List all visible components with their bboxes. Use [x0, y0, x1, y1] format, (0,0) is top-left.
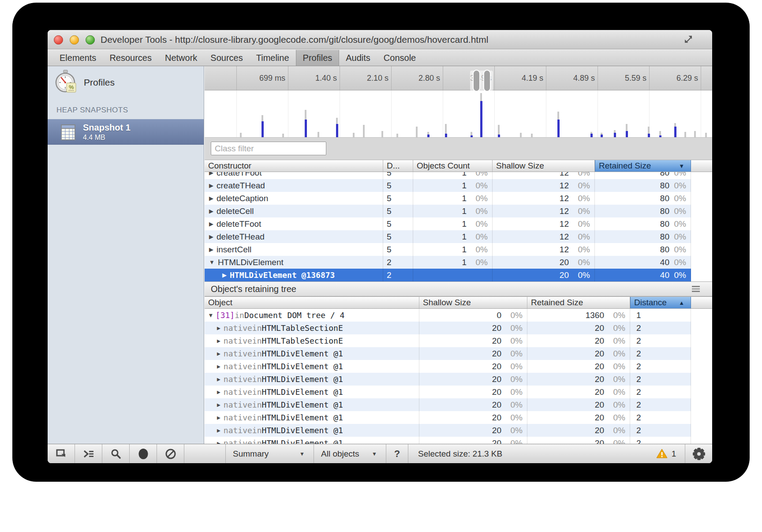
- retaining-tree-row[interactable]: ▶native in HTMLDivElement @1200%200%2: [205, 347, 691, 360]
- help-button[interactable]: ?: [386, 444, 408, 463]
- object-name-segment: native: [224, 387, 252, 397]
- dock-button[interactable]: [48, 444, 75, 463]
- retaining-tree-title: Object's retaining tree: [211, 284, 296, 294]
- tab-profiles[interactable]: Profiles: [296, 50, 340, 66]
- collapsed-arrow-icon[interactable]: ▶: [217, 389, 220, 395]
- collapsed-arrow-icon[interactable]: ▶: [217, 427, 220, 434]
- column-header-object[interactable]: Object: [205, 297, 419, 308]
- collapsed-arrow-icon[interactable]: ▶: [217, 325, 220, 331]
- settings-button[interactable]: [685, 444, 712, 463]
- allocation-bar-live: [336, 124, 338, 137]
- column-header-constructor[interactable]: Constructor: [205, 160, 383, 172]
- column-header-shallowsize[interactable]: Shallow Size: [419, 297, 527, 308]
- retaining-tree-row[interactable]: ▶native in HTMLTableSectionE200%200%2: [205, 334, 691, 347]
- tab-timeline[interactable]: Timeline: [250, 50, 296, 66]
- console-drawer-button[interactable]: [75, 444, 102, 463]
- profiles-launcher[interactable]: % Profiles: [53, 70, 115, 95]
- distance-cell: 5: [383, 192, 413, 205]
- collapsed-arrow-icon[interactable]: ▶: [209, 208, 213, 214]
- warning-count: 1: [672, 449, 676, 459]
- tab-audits[interactable]: Audits: [339, 50, 377, 66]
- cell-percent: 0%: [467, 232, 492, 242]
- constructor-row[interactable]: ▶deleteCell510%120%800%: [205, 205, 691, 217]
- sidebar-item-snapshot-1[interactable]: Snapshot 1 4.4 MB: [48, 119, 204, 145]
- retaining-tree-row[interactable]: ▶native in HTMLDivElement @1200%200%2: [205, 437, 691, 444]
- column-header-shallowsize[interactable]: Shallow Size: [493, 160, 595, 172]
- scrubber-left-handle[interactable]: [474, 71, 479, 91]
- tab-resources[interactable]: Resources: [103, 50, 158, 66]
- collapsed-arrow-icon[interactable]: ▶: [217, 440, 220, 444]
- numeric-cell: 200%: [419, 334, 527, 347]
- constructor-row[interactable]: ▶deleteCaption510%120%800%: [205, 192, 691, 205]
- zoom-window-button[interactable]: [86, 35, 95, 45]
- splitter-grip-icon[interactable]: [692, 285, 700, 293]
- retaining-tree-row[interactable]: ▼[31] in Document DOM tree / 400%13600%1: [205, 309, 691, 322]
- tab-network[interactable]: Network: [158, 50, 204, 66]
- warnings-indicator[interactable]: 1: [647, 444, 685, 463]
- collapsed-arrow-icon[interactable]: ▶: [222, 272, 227, 278]
- cell-percent: 0%: [467, 258, 492, 267]
- cell-value: 12: [560, 172, 569, 178]
- constructor-row[interactable]: ▶insertCell510%120%800%: [205, 243, 691, 256]
- column-header-retainedsize[interactable]: Retained Size▼: [595, 160, 691, 172]
- expanded-arrow-icon[interactable]: ▼: [209, 312, 213, 318]
- collapsed-arrow-icon[interactable]: ▶: [217, 363, 220, 370]
- constructor-row[interactable]: ▶deleteTHead510%120%800%: [205, 230, 691, 243]
- constructor-row[interactable]: ▶deleteTFoot510%120%800%: [205, 217, 691, 230]
- close-window-button[interactable]: [54, 35, 63, 45]
- minimize-window-button[interactable]: [70, 35, 79, 45]
- clear-button[interactable]: [157, 444, 184, 463]
- collapsed-arrow-icon[interactable]: ▶: [217, 337, 220, 344]
- retaining-tree-row[interactable]: ▶native in HTMLDivElement @1200%200%2: [205, 411, 691, 424]
- retaining-tree-row[interactable]: ▶native in HTMLDivElement @1200%200%2: [205, 386, 691, 398]
- allocation-bar-live: [480, 101, 482, 137]
- ruler-separator: [701, 66, 701, 90]
- retaining-tree-row[interactable]: ▶native in HTMLDivElement @1200%200%2: [205, 398, 691, 411]
- column-header-objectscount[interactable]: Objects Count: [413, 160, 493, 172]
- title-bar[interactable]: Developer Tools - http://closure-library…: [48, 30, 712, 49]
- record-button[interactable]: [130, 444, 157, 463]
- tab-console[interactable]: Console: [377, 50, 422, 66]
- cell-value: 12: [560, 219, 569, 229]
- expand-icon[interactable]: [683, 34, 695, 47]
- cell-percent: 0%: [669, 194, 691, 203]
- constructor-row[interactable]: ▼HTMLDivElement210%200%400%: [205, 256, 691, 269]
- collapsed-arrow-icon[interactable]: ▶: [217, 376, 220, 382]
- object-cell: ▶native in HTMLDivElement @1: [205, 386, 419, 398]
- collapsed-arrow-icon[interactable]: ▶: [209, 172, 213, 176]
- retaining-tree-row[interactable]: ▶native in HTMLTableSectionE200%200%2: [205, 322, 691, 334]
- collapsed-arrow-icon[interactable]: ▶: [217, 350, 220, 357]
- column-header-label: Object: [208, 298, 232, 307]
- tab-elements[interactable]: Elements: [53, 50, 103, 66]
- cell-value: 80: [660, 172, 669, 178]
- column-header-label: Shallow Size: [423, 298, 471, 307]
- column-header-retainedsize[interactable]: Retained Size: [527, 297, 630, 308]
- retaining-tree-row[interactable]: ▶native in HTMLDivElement @1200%200%2: [205, 360, 691, 373]
- collapsed-arrow-icon[interactable]: ▶: [217, 401, 220, 408]
- constructor-row[interactable]: ▶createTHead510%120%800%: [205, 179, 691, 192]
- cell-value: 1: [462, 219, 467, 229]
- collapsed-arrow-icon[interactable]: ▶: [209, 246, 213, 253]
- column-header-d[interactable]: D...: [383, 160, 413, 172]
- cell-value: 20: [595, 362, 604, 371]
- numeric-cell: 10%: [413, 205, 493, 217]
- constructor-row[interactable]: ▶HTMLDivElement @1368732200%400%: [205, 269, 691, 281]
- constructor-cell: ▶deleteTFoot: [205, 217, 383, 230]
- scrubber-right-handle[interactable]: [484, 71, 490, 91]
- tab-sources[interactable]: Sources: [204, 50, 249, 66]
- expanded-arrow-icon[interactable]: ▼: [209, 259, 215, 266]
- numeric-cell: 13600%: [527, 309, 630, 322]
- collapsed-arrow-icon[interactable]: ▶: [209, 182, 213, 189]
- collapsed-arrow-icon[interactable]: ▶: [209, 195, 213, 202]
- collapsed-arrow-icon[interactable]: ▶: [209, 233, 213, 240]
- column-header-distance[interactable]: Distance▲: [630, 297, 691, 308]
- objects-filter-select[interactable]: All objects ▼: [314, 444, 386, 463]
- retaining-tree-row[interactable]: ▶native in HTMLDivElement @1200%200%2: [205, 424, 691, 437]
- class-filter-input[interactable]: [211, 142, 326, 155]
- view-select[interactable]: Summary ▼: [226, 444, 314, 463]
- search-button[interactable]: [102, 444, 130, 463]
- constructor-row[interactable]: ▶createTFoot510%120%800%: [205, 172, 691, 179]
- collapsed-arrow-icon[interactable]: ▶: [209, 221, 213, 227]
- collapsed-arrow-icon[interactable]: ▶: [217, 414, 220, 421]
- retaining-tree-row[interactable]: ▶native in HTMLDivElement @1200%200%2: [205, 373, 691, 386]
